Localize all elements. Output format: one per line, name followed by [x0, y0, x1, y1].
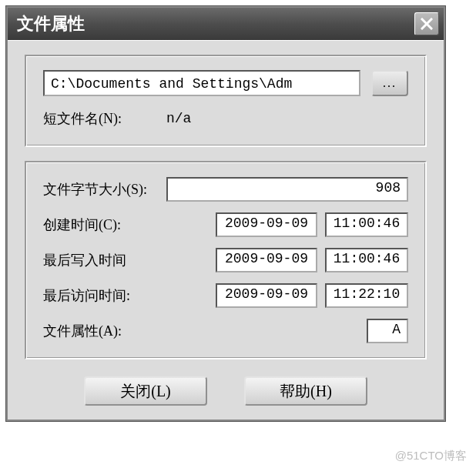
close-button[interactable]	[414, 12, 439, 35]
accessed-time-input[interactable]: 11:22:10	[325, 283, 408, 308]
created-label: 创建时间(C):	[43, 216, 166, 234]
dialog-window: 文件属性 C:\Documents and Settings\Adm ... 短…	[6, 6, 445, 421]
close-icon	[421, 18, 433, 30]
size-label: 文件字节大小(S):	[43, 180, 166, 199]
group-path: C:\Documents and Settings\Adm ... 短文件名(N…	[25, 55, 427, 147]
short-name-value: n/a	[166, 111, 191, 126]
created-time-input[interactable]: 11:00:46	[325, 212, 408, 237]
close-dialog-button[interactable]: 关闭(L)	[84, 376, 207, 406]
written-label: 最后写入时间	[43, 251, 166, 269]
titlebar: 文件属性	[8, 8, 444, 40]
group-details: 文件字节大小(S): 908 创建时间(C): 2009-09-09 11:00…	[25, 161, 427, 359]
attr-label: 文件属性(A):	[43, 322, 166, 340]
size-input[interactable]: 908	[166, 177, 408, 202]
written-time-input[interactable]: 11:00:46	[325, 248, 408, 272]
attr-input[interactable]: A	[367, 319, 408, 343]
help-button[interactable]: 帮助(H)	[244, 376, 367, 406]
watermark: @51CTO博客	[395, 449, 467, 463]
button-row: 关闭(L) 帮助(H)	[25, 373, 427, 406]
browse-button[interactable]: ...	[371, 70, 408, 96]
created-date-input[interactable]: 2009-09-09	[216, 212, 317, 237]
accessed-date-input[interactable]: 2009-09-09	[216, 283, 317, 308]
written-date-input[interactable]: 2009-09-09	[216, 248, 317, 272]
title-text: 文件属性	[17, 12, 85, 35]
short-name-label: 短文件名(N):	[43, 109, 166, 128]
client-area: C:\Documents and Settings\Adm ... 短文件名(N…	[8, 40, 444, 420]
path-input[interactable]: C:\Documents and Settings\Adm	[43, 70, 360, 96]
accessed-label: 最后访问时间:	[43, 286, 166, 305]
